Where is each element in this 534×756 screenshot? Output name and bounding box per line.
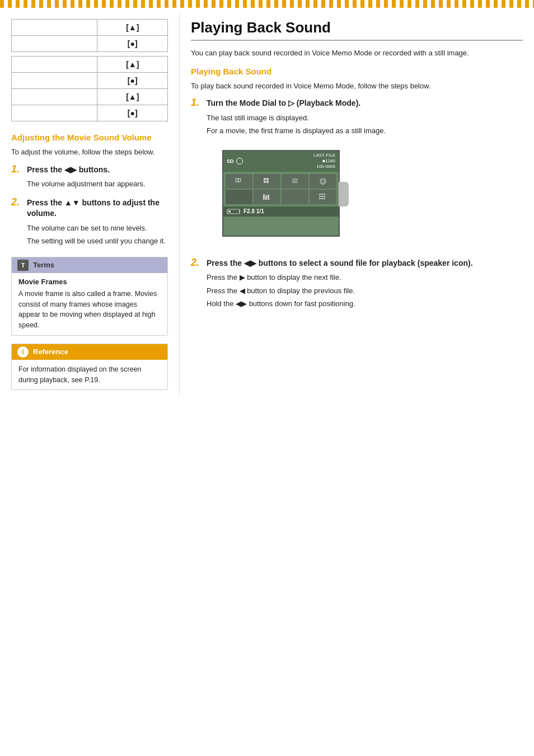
svg-rect-14 (321, 194, 323, 195)
step-2-title: Press the ▲▼ buttons to adjust the volum… (27, 198, 168, 219)
svg-rect-0 (236, 179, 238, 182)
file-id: 100-0006 (313, 164, 335, 170)
step-2-content: Press the ▲▼ buttons to adjust the volum… (27, 198, 168, 249)
terms-label: Terms (33, 261, 54, 269)
table-cell-label (12, 89, 97, 105)
right-step-2: 2. Press the ◀▶ buttons to select a soun… (191, 258, 523, 312)
reference-header: i Reference (12, 344, 167, 360)
svg-rect-2 (264, 178, 266, 180)
last-file-label: LAST FILE (313, 153, 335, 158)
svg-rect-21 (324, 198, 325, 199)
svg-rect-23 (239, 210, 240, 213)
sd-icon: SD (227, 158, 234, 164)
table-row: [●] (12, 73, 168, 89)
table-cell-label (12, 20, 97, 36)
camera-cell (226, 174, 252, 189)
table-cell-icon: [▲] (97, 57, 168, 73)
playing-back-sound-subtitle: Playing Back Sound (191, 67, 523, 76)
table-row: [▲] (12, 20, 168, 36)
step-1-content: Press the ◀▶ buttons. The volume adjustm… (27, 165, 168, 192)
camera-file-info: LAST FILE ■1280 100-0006 (313, 153, 335, 170)
right-step-2-desc-1: Press the ◀ button to display the previo… (207, 285, 523, 297)
camera-grid (223, 172, 339, 204)
camera-cell (254, 190, 280, 204)
right-sub-intro: To play back sound recorded in Voice Mem… (191, 81, 523, 92)
table-cell-icon: [●] (97, 73, 168, 89)
right-step-1-content: Turn the Mode Dial to ▷ (Playback Mode).… (207, 98, 523, 252)
reference-body: For information displayed on the screen … (12, 360, 167, 390)
svg-rect-19 (319, 198, 321, 199)
right-step-number-2: 2. (191, 257, 207, 269)
right-step-2-content: Press the ◀▶ buttons to select a sound f… (207, 258, 523, 312)
svg-rect-20 (321, 198, 323, 199)
right-step-2-title: Press the ◀▶ buttons to select a sound f… (207, 258, 523, 269)
camera-cell (226, 190, 252, 204)
right-step-2-desc-0: Press the ▶ button to display the next f… (207, 272, 523, 283)
right-step-1: 1. Turn the Mode Dial to ▷ (Playback Mod… (191, 98, 523, 252)
camera-cell (282, 190, 308, 204)
camera-lens-icon (236, 158, 243, 165)
terms-header: T Terms (12, 257, 167, 273)
camera-cell (310, 174, 336, 189)
svg-rect-3 (266, 178, 269, 180)
table-cell-icon: [▲] (97, 89, 168, 105)
table-cell-label (12, 36, 97, 52)
camera-display: SD LAST FILE ■1280 100-0006 (222, 150, 340, 237)
left-column: [▲] [●] [▲] [●] [▲] [● (11, 13, 179, 396)
reference-icon: i (17, 346, 29, 358)
camera-cell (282, 174, 308, 189)
adjusting-section-intro: To adjust the volume, follow the steps b… (11, 147, 168, 158)
table-row: [▲] (12, 89, 168, 105)
table-cell-label (12, 73, 97, 89)
svg-rect-10 (263, 194, 265, 200)
camera-top-bar: SD LAST FILE ■1280 100-0006 (223, 151, 339, 172)
right-step-1-title: Turn the Mode Dial to ▷ (Playback Mode). (207, 98, 523, 109)
right-step-1-desc-1: For a movie, the first frame is displaye… (207, 125, 523, 137)
step-1-desc-0: The volume adjustment bar appears. (27, 179, 168, 190)
table-spacer (12, 52, 168, 57)
svg-rect-16 (319, 196, 321, 197)
terms-icon: T (17, 260, 29, 271)
table-cell-icon: [●] (97, 36, 168, 52)
right-step-2-desc-2: Hold the ◀▶ buttons down for fast positi… (207, 298, 523, 309)
table-cell-icon: [●] (97, 105, 168, 121)
camera-bottom-bar: F2.8 1/1 (223, 206, 339, 217)
camera-side-tab (339, 182, 349, 206)
svg-rect-24 (228, 210, 231, 213)
table-cell-icon: [▲] (97, 20, 168, 36)
nav-table: [▲] [●] [▲] [●] [▲] [● (11, 19, 168, 121)
camera-image-container: SD LAST FILE ■1280 100-0006 (207, 144, 340, 245)
adjusting-section-title: Adjusting the Movie Sound Volume (11, 133, 168, 142)
terms-text: A movie frame is also called a frame. Mo… (18, 289, 161, 331)
step-1-title: Press the ◀▶ buttons. (27, 165, 168, 176)
svg-rect-11 (265, 195, 267, 200)
terms-body: Movie Frames A movie frame is also calle… (12, 273, 167, 335)
step-number-2: 2. (11, 196, 27, 208)
reference-label: Reference (33, 348, 68, 356)
terms-box: T Terms Movie Frames A movie frame is al… (11, 257, 168, 336)
camera-icons: SD (227, 158, 243, 165)
right-intro: You can play back sound recorded in Voic… (191, 48, 523, 59)
table-cell-label (12, 57, 97, 73)
svg-rect-12 (268, 195, 269, 200)
svg-rect-13 (319, 194, 321, 195)
camera-cell (310, 190, 336, 204)
page-title: Playing Back Sound (191, 19, 523, 41)
table-row: [▲] (12, 57, 168, 73)
step-2-desc-0: The volume can be set to nine levels. (27, 223, 168, 234)
right-step-number-1: 1. (191, 97, 207, 109)
svg-rect-5 (266, 181, 269, 183)
svg-rect-15 (324, 194, 325, 195)
camera-fstop: F2.8 1/1 (243, 208, 264, 214)
step-number-1: 1. (11, 163, 27, 175)
right-column: Playing Back Sound You can play back sou… (179, 13, 523, 396)
table-row: [●] (12, 105, 168, 121)
svg-point-9 (320, 179, 326, 184)
svg-rect-17 (321, 196, 323, 197)
terms-subtitle: Movie Frames (18, 278, 161, 286)
reference-box: i Reference For information displayed on… (11, 344, 168, 391)
table-row: [●] (12, 36, 168, 52)
top-decorative-border (0, 0, 534, 8)
left-step-2: 2. Press the ▲▼ buttons to adjust the vo… (11, 198, 168, 249)
svg-rect-18 (324, 196, 325, 197)
